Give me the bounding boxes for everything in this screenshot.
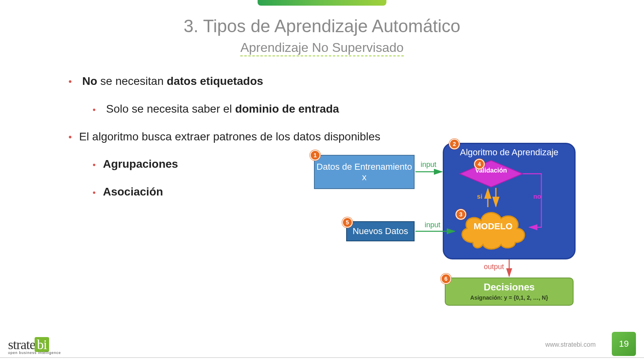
- footer-url: www.stratebi.com: [545, 341, 596, 348]
- badge-6: 6: [441, 274, 451, 284]
- slide-title: 3. Tipos de Aprendizaje Automático: [0, 16, 644, 36]
- badge-1: 1: [310, 150, 320, 160]
- arrow-label-no: no: [533, 193, 541, 200]
- brand-part-a: strate: [8, 337, 35, 352]
- slide-subtitle: Aprendizaje No Supervisado: [0, 40, 644, 55]
- bullet-1a-pre: Solo se necesita saber el: [106, 103, 235, 115]
- bullet-1: No se necesitan datos etiquetados: [68, 72, 380, 90]
- brand-logo: stratebi open business intelligence: [8, 337, 61, 355]
- flow-diagram: Algoritmo de Aprendizaje Datos de Entren…: [310, 143, 624, 324]
- badge-2: 2: [449, 139, 460, 149]
- badge-3: 3: [456, 209, 466, 220]
- validation-text: Validación: [459, 167, 523, 174]
- footer-divider: [0, 357, 644, 358]
- arrow-label-input-2: input: [425, 221, 440, 229]
- top-accent-bar: [258, 0, 386, 6]
- badge-4: 4: [474, 159, 485, 169]
- badge-5: 5: [342, 217, 353, 228]
- bullet-2b-strong: Asociación: [103, 185, 163, 198]
- page-number: 19: [612, 332, 636, 356]
- arrow-label-output: output: [484, 263, 504, 271]
- bullet-1-mid: se necesitan: [97, 75, 167, 87]
- bullet-1-strong-a: No: [82, 75, 97, 87]
- subtitle-text: Aprendizaje No Supervisado: [240, 40, 404, 56]
- bullet-1a: Solo se necesita saber el dominio de ent…: [93, 100, 380, 118]
- brand-part-b: bi: [35, 337, 49, 352]
- model-label: MODELO: [457, 221, 529, 232]
- arrow-label-si: si: [477, 193, 482, 200]
- bullet-1a-strong: dominio de entrada: [235, 103, 339, 115]
- bullet-1-strong-b: datos etiquetados: [167, 75, 263, 87]
- brand-tagline: open business intelligence: [8, 351, 61, 355]
- arrow-label-input-1: input: [421, 160, 436, 169]
- bullet-2a-strong: Agrupaciones: [103, 158, 178, 170]
